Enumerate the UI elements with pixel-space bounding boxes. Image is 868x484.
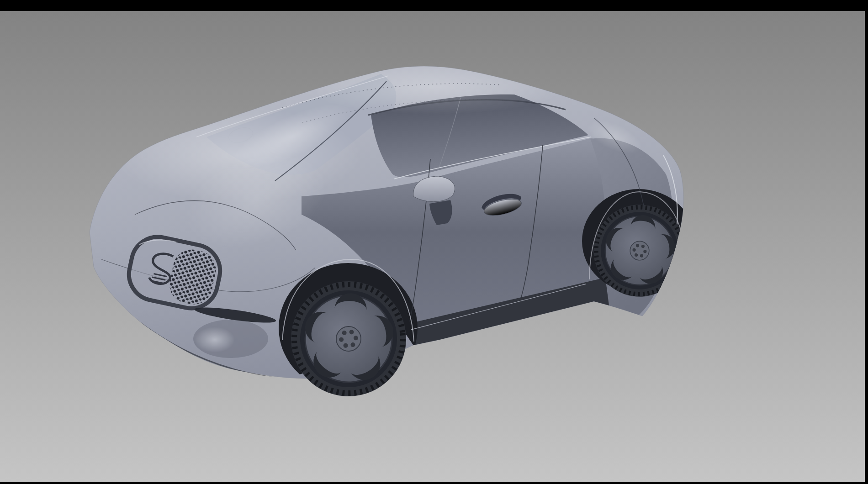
letterbox-bottom-bar bbox=[0, 482, 868, 484]
render-canvas bbox=[0, 0, 868, 484]
letterbox-top-bar bbox=[0, 0, 868, 11]
cad-viewport[interactable] bbox=[0, 0, 868, 484]
fog-pocket-glow bbox=[195, 327, 235, 352]
letterbox-right-bar bbox=[865, 0, 868, 484]
